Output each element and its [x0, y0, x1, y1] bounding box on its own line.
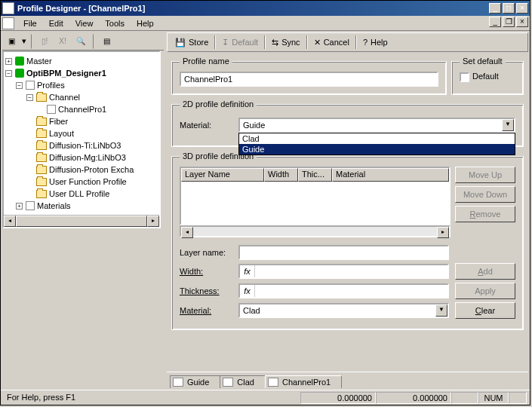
materials-icon [26, 201, 35, 210]
tree-hscroll[interactable]: ◂ ▸ [4, 215, 159, 227]
material-label: Material: [180, 121, 232, 130]
expander-icon[interactable]: + [5, 58, 12, 65]
scroll-right-icon[interactable]: ▸ [437, 227, 449, 238]
profile-name-legend: Profile name [180, 57, 232, 66]
tab-guide[interactable]: Guide [170, 375, 220, 388]
status-n2: 0.000000 [376, 392, 451, 404]
tree-diff-pe[interactable]: Diffusion-Proton Excha [49, 165, 134, 174]
material-value: Guide [243, 121, 265, 130]
tree[interactable]: +Master −OptiBPM_Designer1 −Profiles −Ch… [4, 52, 159, 215]
db-icon [15, 69, 24, 78]
default-checkbox-label[interactable]: Default [460, 72, 499, 81]
tab-channelpro1[interactable]: ChannelPro1 [265, 375, 342, 388]
set-default-legend: Set default [460, 57, 506, 66]
2d-legend: 2D profile definition [180, 99, 257, 109]
tree-profiles[interactable]: Profiles [37, 81, 65, 90]
tree-fiber[interactable]: Fiber [49, 117, 68, 126]
db-icon [15, 57, 24, 66]
folder-icon [36, 154, 47, 162]
default-checkbox[interactable] [460, 72, 469, 82]
tree-layout[interactable]: Layout [49, 129, 74, 138]
thickness-input[interactable] [255, 285, 447, 297]
scroll-left-icon[interactable]: ◂ [181, 227, 193, 238]
tree-new-icon[interactable]: ▣ [4, 34, 19, 49]
tree-channel[interactable]: Channel [49, 93, 80, 102]
clear-button[interactable]: Clear [455, 302, 515, 319]
scroll-left-icon[interactable]: ◂ [4, 216, 16, 227]
add-button[interactable]: Add [455, 263, 515, 280]
tree-ufp[interactable]: User Function Profile [49, 177, 127, 186]
expander-icon[interactable]: + [16, 203, 23, 210]
move-up-button[interactable]: Move Up [455, 167, 515, 183]
chevron-down-icon[interactable]: ▼ [435, 304, 447, 317]
expander-icon[interactable]: − [5, 70, 12, 77]
menu-tools[interactable]: Tools [99, 17, 131, 29]
help-button[interactable]: ?Help [358, 36, 392, 48]
tree-diff-ti[interactable]: Diffusion-Ti:LiNbO3 [49, 141, 121, 150]
tree-pane: +Master −OptiBPM_Designer1 −Profiles −Ch… [2, 50, 161, 228]
tree-udll[interactable]: User DLL Profile [49, 189, 109, 198]
width-label: Width: [180, 267, 232, 276]
layer-list[interactable]: Layer Name Width Thic... Material [180, 167, 451, 225]
tree-master[interactable]: Master [26, 57, 52, 66]
chevron-down-icon[interactable]: ▼ [502, 119, 514, 131]
col-layer-name[interactable]: Layer Name [181, 168, 264, 182]
tabbar: Guide Clad ChannelPro1 [167, 372, 528, 388]
mdi-close-button[interactable]: × [516, 17, 528, 27]
binoculars-icon[interactable]: 🔍 [73, 34, 88, 49]
menu-help[interactable]: Help [131, 17, 160, 29]
material2-combo[interactable]: Clad ▼ [238, 303, 449, 318]
scroll-right-icon[interactable]: ▸ [147, 216, 159, 227]
titlebar: Profile Designer - [ChannelPro1] _ □ × [1, 1, 530, 16]
folder-icon [36, 190, 47, 198]
default-button[interactable]: ↧Default [217, 36, 263, 49]
status-n1: 0.000000 [300, 392, 376, 404]
minimize-button[interactable]: _ [489, 3, 501, 14]
profile-icon [47, 105, 56, 114]
folder-icon [36, 178, 47, 186]
thickness-label: Thickness: [180, 286, 232, 295]
tab-icon [173, 378, 183, 387]
menu-file[interactable]: File [17, 17, 43, 29]
tab-clad[interactable]: Clad [220, 375, 266, 388]
cancel-button[interactable]: ✕Cancel [309, 36, 354, 49]
tree-materials[interactable]: Materials [37, 201, 71, 210]
expander-icon[interactable]: − [26, 94, 33, 101]
col-thickness[interactable]: Thic... [298, 168, 332, 182]
set-default-group: Set default Default [451, 57, 524, 95]
remove-button[interactable]: Remove [455, 206, 515, 222]
material2-value: Clad [243, 306, 260, 315]
move-down-button[interactable]: Move Down [455, 186, 515, 203]
default-icon: ↧ [222, 38, 229, 47]
store-button[interactable]: 💾Store [171, 36, 213, 49]
material-combo[interactable]: Guide ▼ Clad Guide [238, 118, 515, 133]
menu-view[interactable]: View [69, 17, 100, 29]
mdi-minimize-button[interactable]: _ [489, 17, 501, 27]
mdi-restore-button[interactable]: ❐ [503, 17, 515, 27]
layer-name-input[interactable] [238, 245, 449, 260]
menubar: File Edit View Tools Help _ ❐ × [1, 16, 530, 31]
close-button[interactable]: × [516, 3, 528, 14]
menu-edit[interactable]: Edit [43, 17, 69, 29]
maximize-button[interactable]: □ [503, 3, 515, 14]
tree-diff-mg[interactable]: Diffusion-Mg:LiNbO3 [49, 153, 126, 162]
list-hscroll[interactable]: ◂ ▸ [180, 225, 451, 237]
profile-name-input[interactable] [180, 72, 438, 87]
col-width[interactable]: Width [264, 168, 298, 182]
material-option-guide[interactable]: Guide [239, 144, 515, 155]
3d-profile-group: 3D profile definition Layer Name Width T… [171, 151, 524, 330]
expander-icon[interactable]: − [16, 82, 23, 89]
tree-doc-icon[interactable]: ▤ [99, 34, 114, 49]
tree-channelpro1[interactable]: ChannelPro1 [58, 105, 106, 114]
tree-img1-icon[interactable]: ▯! [37, 34, 52, 49]
material-option-clad[interactable]: Clad [239, 133, 515, 144]
tab-icon [223, 378, 233, 387]
width-input[interactable] [255, 265, 447, 277]
tree-designer[interactable]: OptiBPM_Designer1 [26, 69, 106, 78]
tree-img2-icon[interactable]: X! [55, 34, 70, 49]
material-dropdown[interactable]: Clad Guide [238, 133, 515, 155]
col-material[interactable]: Material [332, 168, 449, 182]
apply-button[interactable]: Apply [455, 283, 515, 299]
doc-icon [2, 17, 14, 29]
sync-button[interactable]: ⇆Sync [267, 36, 304, 49]
